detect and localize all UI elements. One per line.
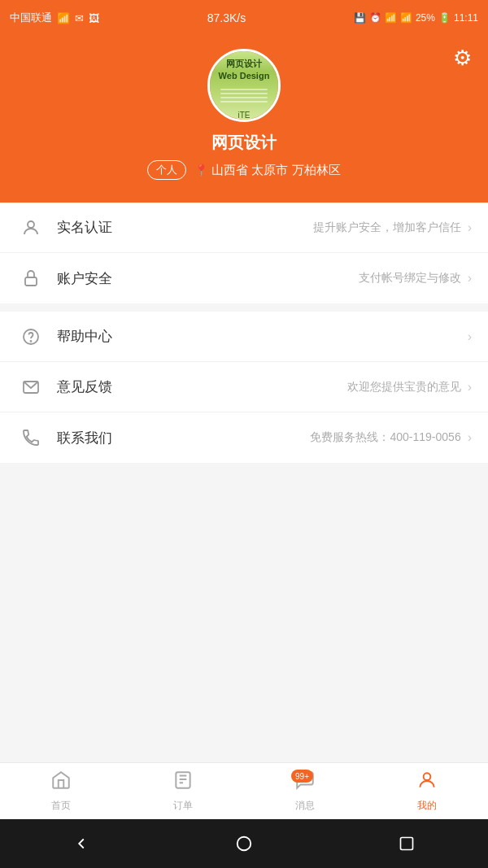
user-info-row: 个人 📍 山西省 太原市 万柏林区: [147, 160, 340, 180]
feedback-label: 意见反馈: [57, 377, 112, 396]
security-label: 账户安全: [57, 269, 112, 288]
android-nav-bar: [0, 819, 488, 868]
signal-icon: 📶: [400, 12, 412, 24]
wifi-icon: 📶: [385, 12, 397, 24]
message-label: 消息: [295, 799, 315, 813]
mine-icon: [416, 770, 438, 796]
location-text: 山西省 太原市 万柏林区: [211, 163, 340, 178]
security-chevron: ›: [468, 271, 472, 286]
help-chevron: ›: [468, 329, 472, 344]
message-badge: 99+: [291, 770, 313, 783]
svg-rect-1: [25, 277, 37, 286]
battery-icon: 🔋: [438, 12, 451, 24]
settings-button[interactable]: ⚙: [453, 46, 472, 71]
personal-tag: 个人: [147, 160, 186, 180]
book-decoration: [220, 86, 268, 105]
carrier-icon: 📶: [57, 12, 70, 24]
nav-mine[interactable]: 我的: [366, 763, 488, 819]
menu-item-contact[interactable]: 联系我们 免费服务热线：400-119-0056 ›: [0, 412, 488, 463]
menu-item-feedback[interactable]: 意见反馈 欢迎您提供宝贵的意见 ›: [0, 362, 488, 412]
pic-icon: 🖼: [89, 12, 99, 24]
svg-point-9: [424, 773, 431, 780]
phone-icon: [16, 423, 46, 452]
feedback-chevron: ›: [468, 380, 472, 395]
help-label: 帮助中心: [57, 327, 112, 346]
home-label: 首页: [51, 799, 71, 813]
realname-desc: 提升账户安全，增加客户信任: [112, 220, 461, 235]
avatar-image: 网页设计Web Design iTE: [210, 51, 278, 120]
person-icon: [16, 213, 46, 242]
svg-rect-5: [176, 772, 190, 788]
contact-chevron: ›: [468, 430, 472, 445]
status-left: 中国联通 📶 ✉ 🖼: [10, 11, 99, 25]
lock-icon: [16, 264, 46, 293]
nav-home[interactable]: 首页: [0, 763, 122, 819]
time-label: 11:11: [454, 12, 478, 24]
feedback-desc: 欢迎您提供宝贵的意见: [112, 380, 461, 395]
avatar[interactable]: 网页设计Web Design iTE: [207, 49, 281, 122]
carrier-label: 中国联通: [10, 11, 52, 25]
svg-point-3: [31, 341, 32, 342]
nav-message[interactable]: 99+ 消息: [244, 763, 366, 819]
notification-icon: ✉: [75, 12, 84, 24]
home-button[interactable]: [233, 832, 255, 855]
username-label: 网页设计: [211, 132, 277, 154]
location-row: 📍 山西省 太原市 万柏林区: [194, 163, 340, 178]
svg-rect-11: [401, 838, 413, 850]
menu-item-help[interactable]: 帮助中心 ›: [0, 312, 488, 362]
back-button[interactable]: [70, 832, 93, 855]
status-bar: 中国联通 📶 ✉ 🖼 87.3K/s 💾 ⏰ 📶 📶 25% 🔋 11:11: [0, 0, 488, 36]
sd-icon: 💾: [354, 12, 366, 24]
book-title-text: 网页设计Web Design: [219, 58, 270, 83]
speed-label: 87.3K/s: [207, 11, 246, 24]
menu-item-realname[interactable]: 实名认证 提升账户安全，增加客户信任 ›: [0, 203, 488, 253]
recent-button[interactable]: [395, 832, 418, 855]
section-account: 实名认证 提升账户安全，增加客户信任 › 账户安全 支付帐号绑定与修改 ›: [0, 203, 488, 303]
order-icon: [172, 770, 194, 796]
nav-order[interactable]: 订单: [122, 763, 244, 819]
book-subtitle: iTE: [238, 110, 251, 121]
realname-label: 实名认证: [57, 218, 112, 237]
alarm-icon: ⏰: [369, 12, 381, 24]
contact-desc: 免费服务热线：400-119-0056: [112, 430, 461, 445]
mail-icon: [16, 373, 46, 402]
home-icon: [50, 770, 72, 796]
svg-point-10: [237, 837, 251, 851]
realname-chevron: ›: [468, 220, 472, 235]
mine-label: 我的: [417, 799, 437, 813]
profile-header: ⚙ 网页设计Web Design iTE 网页设计 个人 📍 山西省 太原市 万…: [0, 36, 488, 203]
security-desc: 支付帐号绑定与修改: [112, 271, 461, 286]
section-support: 帮助中心 › 意见反馈 欢迎您提供宝贵的意见 › 联系我们 免费服务热线：400…: [0, 312, 488, 463]
menu-item-security[interactable]: 账户安全 支付帐号绑定与修改 ›: [0, 253, 488, 303]
order-label: 订单: [173, 799, 193, 813]
help-icon: [16, 322, 46, 351]
svg-point-0: [28, 221, 34, 228]
contact-label: 联系我们: [57, 429, 112, 447]
bottom-nav: 首页 订单 99+ 消息 我的: [0, 762, 488, 819]
status-right: 💾 ⏰ 📶 📶 25% 🔋 11:11: [354, 12, 478, 24]
location-icon: 📍: [194, 164, 208, 177]
battery-label: 25%: [416, 12, 435, 24]
